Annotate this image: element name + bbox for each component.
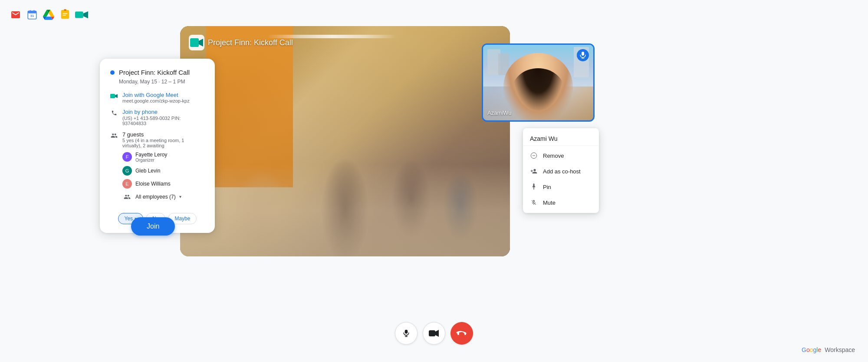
- gmail-icon[interactable]: [9, 8, 23, 22]
- phone-details: (US) +1 413-589-0032 PIN: 937404833: [122, 116, 204, 126]
- guest-name-eloise: Eloise Williams: [135, 181, 171, 187]
- menu-item-pin[interactable]: Pin: [523, 179, 599, 195]
- rsvp-maybe-label: Maybe: [174, 216, 190, 222]
- guests-breakdown: 5 yes (4 in a meeting room, 1 virtually)…: [122, 138, 204, 148]
- calendar-icon[interactable]: 31: [25, 8, 39, 22]
- mic-button[interactable]: [395, 322, 418, 345]
- svg-rect-12: [190, 38, 199, 47]
- guests-section: 7 guests 5 yes (4 in a meeting room, 1 v…: [122, 131, 204, 202]
- meet-url: meet.google.com/zkp-wzop-kpz: [122, 98, 190, 103]
- context-menu-header: Azami Wu: [523, 131, 599, 146]
- event-time: Monday, May 15 · 12 – 1 PM: [119, 79, 204, 85]
- rsvp-yes-label: Yes: [125, 216, 133, 222]
- svg-rect-27: [464, 332, 466, 335]
- camera-button[interactable]: [423, 322, 445, 345]
- guest-item: E Eloise Williams: [122, 179, 204, 189]
- menu-cohost-label: Add as co-host: [543, 168, 581, 175]
- svg-rect-24: [429, 330, 435, 336]
- meet-row-icon: [110, 92, 118, 100]
- video-meet-logo: Project Finn: Kickoff Call: [189, 35, 293, 50]
- svg-rect-5: [61, 10, 69, 19]
- event-title: Project Finn: Kickoff Call: [119, 68, 190, 77]
- keep-icon[interactable]: [58, 8, 72, 22]
- guest-item: G Gleb Levin: [122, 166, 204, 176]
- svg-marker-10: [83, 11, 88, 18]
- svg-rect-14: [110, 94, 115, 98]
- menu-item-remove[interactable]: Remove: [523, 148, 599, 163]
- main-video: Project Finn: Kickoff Call: [180, 26, 510, 256]
- guest-name-fayette: Fayette Leroy: [135, 152, 167, 158]
- join-meet-button[interactable]: Join with Google Meet: [122, 92, 190, 98]
- guest-avatar-fayette: F: [122, 152, 132, 162]
- drive-icon[interactable]: [42, 8, 56, 22]
- azami-audio-icon: [577, 49, 589, 61]
- guest-item: F Fayette Leroy Organizer: [122, 152, 204, 163]
- svg-rect-8: [63, 15, 66, 16]
- menu-remove-label: Remove: [543, 153, 564, 159]
- menu-mute-label: Mute: [543, 199, 556, 206]
- chevron-down-icon: ▾: [179, 194, 181, 199]
- event-color-dot: [110, 70, 115, 75]
- guest-avatar-eloise: E: [122, 179, 132, 189]
- meet-row: Join with Google Meet meet.google.com/zk…: [110, 92, 204, 103]
- cohost-icon: [530, 167, 538, 175]
- guests-row: 7 guests 5 yes (4 in a meeting room, 1 v…: [110, 131, 204, 207]
- svg-marker-15: [115, 94, 118, 98]
- join-phone-button[interactable]: Join by phone: [122, 109, 204, 115]
- phone-icon: [110, 109, 118, 117]
- pin-icon: [530, 183, 538, 191]
- svg-rect-1: [28, 11, 36, 13]
- svg-rect-7: [63, 13, 68, 14]
- menu-item-mute[interactable]: Mute: [523, 195, 599, 210]
- join-button[interactable]: Join: [131, 217, 175, 236]
- phone-row: Join by phone (US) +1 413-589-0032 PIN: …: [110, 109, 204, 126]
- svg-rect-6: [64, 9, 66, 11]
- event-card: Project Finn: Kickoff Call Monday, May 1…: [100, 59, 215, 233]
- azami-name-badge: AzamiWu: [487, 110, 511, 116]
- menu-item-cohost[interactable]: Add as co-host: [523, 163, 599, 179]
- context-menu: Azami Wu Remove Add as co-host Pin: [523, 128, 599, 213]
- end-call-button[interactable]: [450, 322, 473, 345]
- bottom-controls: [395, 322, 473, 345]
- svg-marker-25: [435, 330, 439, 337]
- video-title: Project Finn: Kickoff Call: [208, 38, 293, 47]
- google-brand-text: Google: [802, 346, 821, 353]
- guests-count: 7 guests: [122, 131, 204, 138]
- top-nav: 31: [9, 8, 89, 22]
- all-employees-label: All employees (7): [135, 194, 176, 200]
- remove-icon: [530, 152, 538, 159]
- guest-name-gleb: Gleb Levin: [135, 168, 160, 174]
- menu-pin-label: Pin: [543, 184, 551, 190]
- svg-rect-16: [582, 52, 584, 56]
- mute-icon: [530, 199, 538, 206]
- azami-video-tile: AzamiWu: [482, 43, 595, 122]
- guests-icon: [110, 132, 118, 139]
- guest-role-fayette: Organizer: [135, 158, 167, 163]
- svg-rect-9: [75, 12, 83, 18]
- google-workspace-branding: Google Workspace: [802, 346, 855, 353]
- meet-icon[interactable]: [75, 8, 89, 22]
- svg-rect-21: [405, 330, 408, 334]
- guest-avatar-gleb: G: [122, 166, 132, 176]
- svg-text:31: 31: [30, 14, 34, 18]
- svg-rect-26: [457, 332, 459, 335]
- workspace-label: Workspace: [825, 346, 855, 353]
- all-employees-row[interactable]: All employees (7) ▾: [122, 192, 204, 202]
- all-employees-icon: [122, 192, 132, 202]
